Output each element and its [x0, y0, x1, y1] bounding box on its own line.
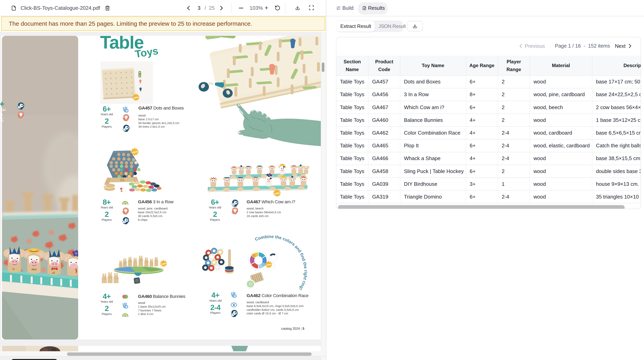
svg-text:4+: 4+: [211, 291, 220, 299]
svg-text:كله: كله: [52, 271, 55, 274]
svg-text:base 17x17 cm: base 17x17 cm: [138, 118, 159, 121]
svg-text:GA457 Dots and Boxes: GA457 Dots and Boxes: [138, 105, 184, 111]
svg-text:Years old: Years old: [209, 206, 221, 209]
svg-text:wood: wood: [138, 114, 146, 117]
svg-text:GA462 Color Combination Race: GA462 Color Combination Race: [247, 293, 308, 298]
svg-text:ilRW: ilRW: [32, 268, 37, 271]
svg-text:base 24x22,5x2,5 cm: base 24x22,5x2,5 cm: [138, 210, 166, 214]
svg-text:لاا: لاا: [12, 268, 14, 271]
svg-text:6+: 6+: [103, 105, 111, 113]
svg-text:Years old: Years old: [100, 300, 113, 303]
svg-text:16 cards 4x5 cm: 16 cards 4x5 cm: [247, 214, 268, 218]
svg-text:cardholder 6x6x2 cm, cards 5,5: cardholder 6x6x2 cm, cards 5,5x5,5 cm: [247, 308, 299, 311]
svg-text:2: 2: [105, 117, 109, 125]
svg-text:wood, beech: wood, beech: [246, 207, 264, 210]
svg-text:1 dice 3 cm: 1 dice 3 cm: [138, 312, 153, 316]
svg-text:Years old: Years old: [100, 113, 113, 116]
svg-text:6+: 6+: [211, 198, 219, 206]
svg-text:wood, pine, cardboard: wood, pine, cardboard: [138, 207, 168, 210]
svg-text:Players: Players: [102, 125, 112, 128]
svg-text:50 border pieces 4x1,2x0,3 cm: 50 border pieces 4x1,2x0,3 cm: [138, 121, 179, 125]
svg-text:catalog 2024 | 5: catalog 2024 | 5: [281, 327, 304, 330]
svg-text:6 chips: 6 chips: [138, 218, 148, 221]
svg-text:Years old: Years old: [100, 206, 113, 209]
svg-text:34 trees 2,6x1,4 cm: 34 trees 2,6x1,4 cm: [138, 125, 165, 128]
svg-text:2-4: 2-4: [210, 303, 221, 312]
svg-text:base 6,5x6,5x15 cm, rings 5,5x: base 6,5x6,5x15 cm, rings 5,5x5,5x0,5 mm: [247, 304, 304, 308]
svg-text:1 base 35x12x25 cm: 1 base 35x12x25 cm: [138, 305, 166, 308]
svg-text:2: 2: [105, 210, 109, 218]
svg-text:Years old: Years old: [209, 299, 222, 302]
svg-text:Players: Players: [102, 218, 112, 221]
svg-text:color cards Ø 15,5 cm - Ø 7 cm: color cards Ø 15,5 cm - Ø 7 cm: [247, 312, 288, 315]
svg-text:2: 2: [213, 210, 217, 218]
svg-text:4+: 4+: [103, 292, 111, 301]
svg-text:wood: wood: [138, 301, 145, 304]
svg-text:Players: Players: [210, 218, 220, 221]
svg-text:Players: Players: [210, 311, 220, 314]
svg-text:8+: 8+: [103, 198, 111, 206]
svg-text:GA456 3 In a Row: GA456 3 In a Row: [138, 199, 174, 204]
svg-text:2: 2: [105, 304, 109, 313]
svg-text:2 cow bases 56x4x4,5 cm: 2 cow bases 56x4x4,5 cm: [247, 210, 281, 214]
svg-text:GA460 Balance Bunnies: GA460 Balance Bunnies: [138, 294, 185, 299]
svg-text:GA467 Which Cow am i?: GA467 Which Cow am i?: [247, 199, 295, 204]
svg-text:30 cards 5,5x5 cm: 30 cards 5,5x5 cm: [138, 214, 162, 218]
svg-text:7 bunnies 7 foxes: 7 bunnies 7 foxes: [138, 309, 162, 312]
svg-text:wood, cardboard: wood, cardboard: [246, 301, 269, 304]
svg-text:Players: Players: [102, 312, 112, 316]
